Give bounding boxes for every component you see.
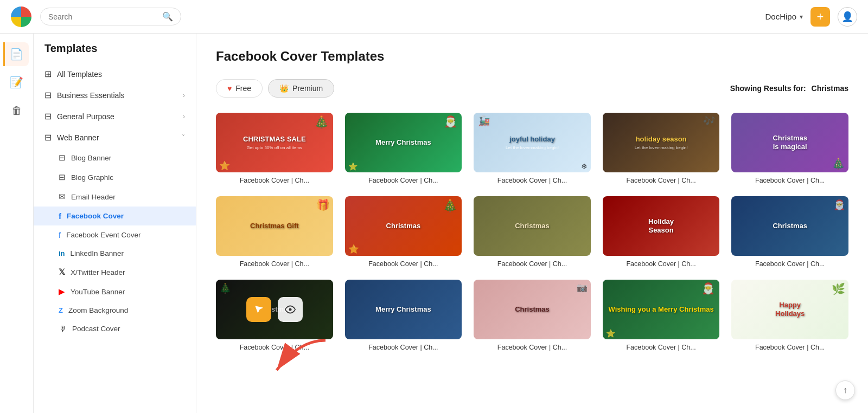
search-bar[interactable]: 🔍 (40, 8, 181, 25)
user-menu-button[interactable]: 👤 (838, 7, 857, 27)
grid3-icon: ⊟ (44, 111, 52, 121)
scroll-up-icon: ↑ (843, 385, 847, 395)
template-label: Facebook Cover | Ch... (345, 344, 462, 351)
grid4-icon: ⊟ (44, 132, 52, 143)
sidebar-item-general-purpose[interactable]: ⊟ General Purpose › (34, 106, 196, 127)
card-title: Wishing you a Merry Christmas (608, 305, 713, 314)
template-label: Facebook Cover | Ch... (731, 260, 848, 268)
zoom-icon: Z (59, 306, 63, 314)
chevron-down-icon-wb: ˅ (182, 134, 185, 141)
preview-template-button[interactable] (278, 297, 303, 322)
template-label: Facebook Cover | Ch... (603, 177, 720, 184)
sidebar-label-business-essentials: Business Essentials (57, 91, 125, 100)
sidebar-item-email-header[interactable]: ✉ Email Header (34, 187, 196, 206)
template-card-t14[interactable]: 🎅 ⭐ Wishing you a Merry Christmas Facebo… (603, 280, 720, 351)
template-card-t3[interactable]: 🚂 ❄ joyful holiday Let the lovemmaking b… (474, 113, 591, 184)
template-thumb: Christmas (474, 196, 591, 256)
podcast-icon: 🎙 (59, 324, 67, 333)
template-card-t6[interactable]: 🎁 Christmas Gift Facebook Cover | Ch... (216, 196, 333, 268)
sidebar-item-linkedin-banner[interactable]: in LinkedIn Banner (34, 244, 196, 262)
chevron-right-icon: › (183, 92, 185, 99)
sidebar-label-facebook-event-cover: Facebook Event Cover (66, 231, 141, 239)
sidebar-item-x-twitter[interactable]: 𝕏 X/Twitter Header (34, 262, 196, 282)
sidebar-item-youtube-banner[interactable]: ▶ YouTube Banner (34, 282, 196, 301)
template-card-t5[interactable]: 🎄 Christmasis magical Facebook Cover | C… (731, 113, 848, 184)
create-new-button[interactable]: + (810, 7, 830, 27)
sidebar-label-blog-banner: Blog Banner (71, 154, 111, 162)
showing-results-value: Christmas (812, 84, 848, 93)
sidebar-label-all-templates: All Templates (57, 70, 102, 79)
sidebar-icon-templates[interactable]: 📄 (3, 42, 29, 66)
template-card-t15[interactable]: 🌿 HappyHolidays Facebook Cover | Ch... (731, 280, 848, 351)
logo-icon[interactable] (11, 7, 31, 27)
sidebar-label-podcast-cover: Podcast Cover (72, 325, 120, 333)
filter-buttons: ♥ Free 👑 Premium (216, 79, 334, 98)
card-overlay: CHRISTMAS SALE Get upto 50% off on all i… (216, 113, 333, 172)
template-card-t13[interactable]: 📷 Christmas Facebook Cover | Ch... (474, 280, 591, 351)
card-overlay: joyful holiday Let the lovemmaking begin… (474, 113, 591, 172)
template-thumb: 📷 Christmas (474, 280, 591, 339)
template-label: Facebook Cover | Ch... (731, 344, 848, 351)
filter-premium-button[interactable]: 👑 Premium (268, 79, 334, 98)
heart-icon: ♥ (227, 84, 232, 93)
dochipo-dropdown[interactable]: DocHipo ▾ (765, 12, 803, 21)
sidebar-item-business-essentials[interactable]: ⊟ Business Essentials › (34, 85, 196, 106)
card-overlay: Christmas (474, 196, 591, 256)
card-title: Christmas (515, 222, 550, 230)
template-card-t10[interactable]: 🎅 Christmas Facebook Cover | Ch... (731, 196, 848, 268)
template-card-t7[interactable]: 🎄 ⭐ Christmas Facebook Cover | Ch... (345, 196, 462, 268)
sidebar-item-web-banner[interactable]: ⊟ Web Banner ˅ (34, 127, 196, 148)
template-thumb: 🎄 ⭐ CHRISTMAS SALE Get upto 50% off on a… (216, 113, 333, 172)
card-overlay: Christmas Gift (216, 196, 333, 256)
template-label: Facebook Cover | Ch... (731, 177, 848, 184)
filter-free-button[interactable]: ♥ Free (216, 79, 263, 98)
sidebar-icon-documents[interactable]: 📝 (5, 70, 29, 94)
sidebar-label-linkedin-banner: LinkedIn Banner (71, 249, 124, 257)
template-card-t9[interactable]: HolidaySeason Facebook Cover | Ch... (603, 196, 720, 268)
card-overlay: HolidaySeason (603, 196, 720, 256)
select-template-button[interactable] (246, 297, 271, 322)
filter-bar: ♥ Free 👑 Premium Showing Results for: Ch… (216, 79, 848, 98)
template-label: Facebook Cover | Ch... (474, 344, 591, 351)
card-overlay: Wishing you a Merry Christmas (603, 280, 720, 339)
showing-results-prefix: Showing Results for: (730, 84, 806, 93)
sidebar-item-facebook-event-cover[interactable]: f Facebook Event Cover (34, 225, 196, 244)
template-card-t11[interactable]: 🎄 Christmas Select Facebook Cover | Ch..… (216, 280, 333, 351)
sidebar-item-facebook-cover[interactable]: f Facebook Cover (34, 206, 196, 225)
layout: 📄 📝 🗑 Templates ⊞ All Templates ⊟ Busine… (0, 34, 868, 413)
sidebar-item-zoom-background[interactable]: Z Zoom Background (34, 301, 196, 319)
facebook-icon: f (59, 211, 61, 221)
top-nav: 🔍 DocHipo ▾ + 👤 (0, 0, 868, 34)
template-label: Facebook Cover | Ch... (603, 260, 720, 268)
template-card-t12[interactable]: Merry Christmas Facebook Cover | Ch... (345, 280, 462, 351)
card-overlay: Christmas (731, 196, 848, 256)
card-overlay: Christmasis magical (731, 113, 848, 172)
sidebar-item-blog-graphic[interactable]: ⊟ Blog Graphic (34, 167, 196, 187)
card-title: Christmas (773, 222, 807, 230)
search-input[interactable] (48, 12, 158, 21)
card-overlay: Christmas (474, 280, 591, 339)
sidebar-icon-trash[interactable]: 🗑 (5, 99, 29, 122)
card-subtitle: Let the lovemmaking begin! (635, 145, 688, 150)
sidebar-title: Templates (34, 42, 196, 63)
sidebar-label-x-twitter: X/Twitter Header (71, 268, 125, 276)
sidebar-item-all-templates[interactable]: ⊞ All Templates (34, 63, 196, 85)
template-thumb: 🎄 Christmas Select (216, 280, 333, 339)
sidebar-label-blog-graphic: Blog Graphic (71, 173, 113, 182)
card-title: Christmas (515, 305, 550, 314)
crown-icon: 👑 (279, 84, 289, 93)
chevron-down-icon: ▾ (800, 13, 803, 21)
template-label: Facebook Cover | Ch... (345, 177, 462, 184)
svg-point-0 (289, 308, 291, 311)
sidebar-item-blog-banner[interactable]: ⊟ Blog Banner (34, 148, 196, 167)
template-card-t8[interactable]: Christmas Facebook Cover | Ch... (474, 196, 591, 268)
template-card-t1[interactable]: 🎄 ⭐ CHRISTMAS SALE Get upto 50% off on a… (216, 113, 333, 184)
template-card-t2[interactable]: 🎅 ⭐ Merry Christmas Facebook Cover | Ch.… (345, 113, 462, 184)
card-subtitle: Let the lovemmaking begin! (506, 145, 559, 150)
card-overlay: holiday season Let the lovemmaking begin… (603, 113, 720, 172)
template-card-t4[interactable]: 🎶 holiday season Let the lovemmaking beg… (603, 113, 720, 184)
youtube-icon: ▶ (59, 287, 65, 296)
scroll-up-button[interactable]: ↑ (835, 380, 855, 400)
card-title: Merry Christmas (375, 138, 431, 147)
sidebar-item-podcast-cover[interactable]: 🎙 Podcast Cover (34, 319, 196, 338)
